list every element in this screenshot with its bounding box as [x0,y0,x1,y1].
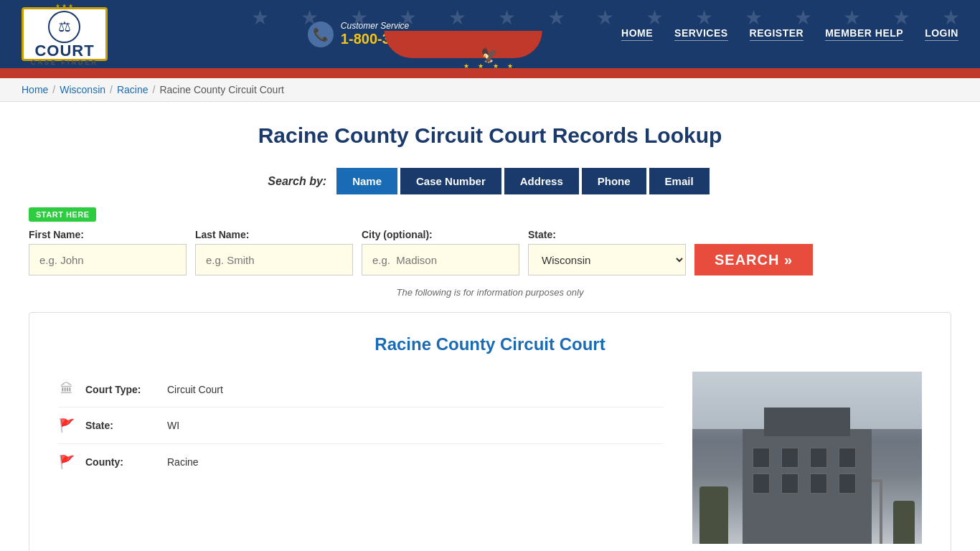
nav-home[interactable]: HOME [621,27,653,41]
tree-right [893,501,915,544]
breadcrumb: Home / Wisconsin / Racine / Racine Count… [22,84,958,95]
detail-state: 🚩 State: WI [58,408,664,444]
breadcrumb-sep-1: / [52,84,55,95]
court-image-placeholder [692,372,922,544]
page-title: Racine County Circuit Court Records Look… [29,123,951,148]
logo-text: COURT CASE FINDER [31,43,98,66]
customer-service-label: Customer Service [341,21,443,31]
streetlamp [880,479,882,544]
window-4 [839,448,856,468]
window-6 [781,474,798,494]
detail-county: 🚩 County: Racine [58,444,664,480]
search-by-row: Search by: Name Case Number Address Phon… [29,168,951,194]
state-detail-value: WI [167,420,179,431]
building-shape [743,429,872,544]
state-detail-label: State: [85,420,157,431]
main-nav: HOME SERVICES REGISTER MEMBER HELP LOGIN [621,27,958,41]
last-name-group: Last Name: [195,229,353,276]
nav-register[interactable]: REGISTER [750,27,804,41]
court-info-title: Racine County Circuit Court [58,334,922,354]
nav-member-help[interactable]: MEMBER HELP [825,27,903,41]
tab-phone[interactable]: Phone [582,168,646,194]
county-icon: 🚩 [58,454,75,470]
city-input[interactable] [362,244,519,276]
court-type-icon: 🏛 [58,382,75,397]
breadcrumb-sep-3: / [153,84,156,95]
logo-inner: ★★★ COURT CASE FINDER [31,3,98,66]
court-info-details: 🏛 Court Type: Circuit Court 🚩 State: WI … [58,372,664,480]
tab-address[interactable]: Address [504,168,579,194]
logo-area: ★★★ COURT CASE FINDER [22,7,108,61]
window-5 [753,474,770,494]
main-content: Racine County Circuit Court Records Look… [0,102,980,551]
window-2 [781,448,798,468]
tab-email[interactable]: Email [649,168,710,194]
building-top [764,408,850,436]
breadcrumb-county[interactable]: Racine [117,84,149,95]
tab-case-number[interactable]: Case Number [400,168,501,194]
court-type-label: Court Type: [85,384,157,395]
search-form-container: START HERE First Name: Last Name: City (… [29,207,951,276]
tree-left [699,486,728,544]
nav-services[interactable]: SERVICES [674,27,728,41]
search-by-label: Search by: [268,175,326,188]
first-name-group: First Name: [29,229,187,276]
detail-court-type: 🏛 Court Type: Circuit Court [58,372,664,408]
phone-icon: 📞 [308,22,334,47]
state-select[interactable]: Wisconsin Alabama Alaska [528,244,686,276]
window-1 [753,448,770,468]
last-name-input[interactable] [195,244,353,276]
eagle-area: 🦅 ★ ★ ★ ★ [463,48,517,70]
breadcrumb-sep-2: / [110,84,113,95]
last-name-label: Last Name: [195,229,353,240]
court-type-value: Circuit Court [167,384,223,395]
logo-box: ★★★ COURT CASE FINDER [22,7,108,61]
court-info-content: 🏛 Court Type: Circuit Court 🚩 State: WI … [58,372,922,544]
wave-bar: 🦅 ★ ★ ★ ★ [0,68,980,78]
eagle-stars: ★ ★ ★ ★ [463,62,517,70]
state-icon: 🚩 [58,418,75,433]
city-group: City (optional): [362,229,519,276]
court-image [692,372,922,544]
nav-login[interactable]: LOGIN [925,27,958,41]
state-group: State: Wisconsin Alabama Alaska [528,229,686,276]
tab-name[interactable]: Name [336,168,397,194]
county-detail-label: County: [85,456,157,468]
state-label: State: [528,229,686,240]
start-here-badge: START HERE [29,207,96,222]
city-label: City (optional): [362,229,519,240]
window-3 [810,448,827,468]
logo-stars: ★★★ [55,3,73,9]
first-name-label: First Name: [29,229,187,240]
window-8 [839,474,856,494]
building-windows [743,436,872,505]
breadcrumb-state[interactable]: Wisconsin [60,84,105,95]
logo-court-text: COURT [31,43,98,59]
county-detail-value: Racine [167,456,199,468]
info-note: The following is for information purpose… [29,287,951,298]
search-form-row: First Name: Last Name: City (optional): … [29,229,951,276]
search-button[interactable]: SEARCH » [694,244,813,276]
breadcrumb-home[interactable]: Home [22,84,48,95]
breadcrumb-current: Racine County Circuit Court [159,84,284,95]
breadcrumb-bar: Home / Wisconsin / Racine / Racine Count… [0,78,980,102]
eagle-symbol: 🦅 [481,48,499,62]
logo-seal [48,11,80,43]
window-7 [810,474,827,494]
court-info-box: Racine County Circuit Court 🏛 Court Type… [29,312,951,551]
first-name-input[interactable] [29,244,187,276]
logo-case-finder-text: CASE FINDER [31,59,98,66]
